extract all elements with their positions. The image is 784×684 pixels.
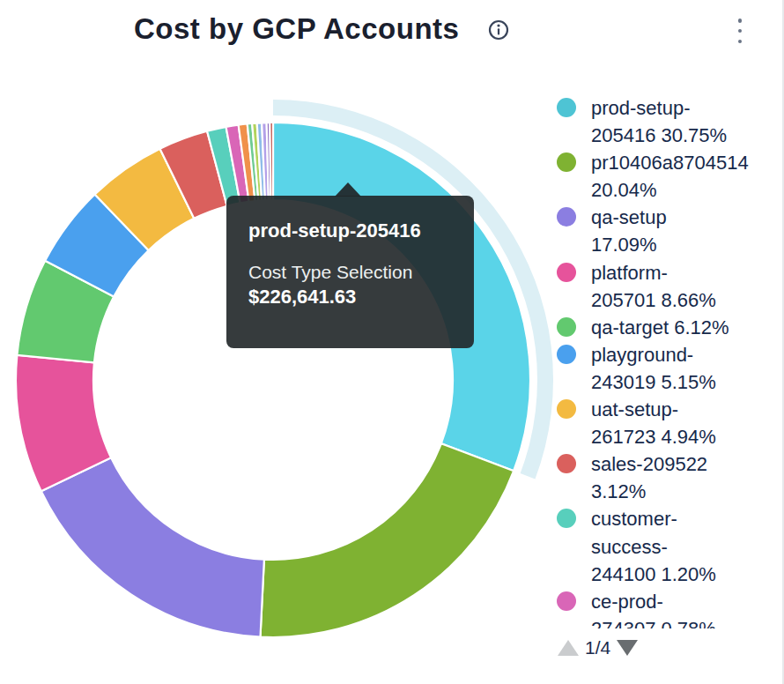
legend-list: prod-setup-205416 30.75% pr10406a8704514… <box>557 94 782 628</box>
legend-line: 20.04% <box>591 176 749 204</box>
legend-line: 205701 8.66% <box>591 286 716 314</box>
cost-by-gcp-accounts-card: Cost by GCP Accounts prod-setup-205416 C… <box>0 0 784 684</box>
donut-chart[interactable] <box>0 79 564 643</box>
kebab-dot <box>738 19 743 23</box>
kebab-dot <box>738 40 743 44</box>
legend-line: prod-setup- <box>591 94 727 122</box>
legend-item[interactable]: platform-205701 8.66% <box>557 259 782 314</box>
legend-line: uat-setup- <box>591 396 716 423</box>
legend-item[interactable]: playground-243019 5.15% <box>557 341 782 396</box>
legend-item[interactable]: uat-setup-261723 4.94% <box>557 396 782 450</box>
legend-dot <box>557 399 576 419</box>
legend-item[interactable]: ce-prod-274307 0.78% <box>557 588 782 628</box>
legend-dot <box>557 345 576 364</box>
legend-line: 17.09% <box>591 231 667 258</box>
legend-page-down-icon[interactable] <box>617 640 638 656</box>
donut-slice-pr10406a8704514[interactable] <box>261 443 514 637</box>
legend-pagination: 1/4 <box>558 637 638 658</box>
legend-dot <box>557 509 576 528</box>
info-icon[interactable] <box>488 19 509 41</box>
legend-line: playground- <box>591 341 716 368</box>
legend-line: 274307 0.78% <box>591 615 716 628</box>
legend-item[interactable]: sales-2095223.12% <box>557 450 782 505</box>
legend-dot <box>557 591 576 611</box>
tooltip-arrow <box>335 182 361 197</box>
tooltip-label: Cost Type Selection <box>248 262 452 283</box>
legend-line: success- <box>591 533 716 561</box>
legend-line: 243019 5.15% <box>591 368 716 396</box>
legend-page-label: 1/4 <box>585 637 610 658</box>
legend-line: customer- <box>591 505 716 532</box>
chart-tooltip: prod-setup-205416 Cost Type Selection $2… <box>226 196 474 348</box>
legend-item[interactable]: qa-target 6.12% <box>557 314 782 341</box>
legend-line: qa-setup <box>591 204 667 231</box>
legend-label: pr10406a870451420.04% <box>591 149 749 204</box>
legend-line: 3.12% <box>591 478 707 505</box>
legend-line: pr10406a8704514 <box>591 149 749 176</box>
legend-page-up-icon[interactable] <box>558 640 579 656</box>
legend-item[interactable]: customer-success-244100 1.20% <box>557 505 782 587</box>
info-icon-glyph <box>488 19 509 41</box>
donut-slice-qa-setup[interactable] <box>41 457 264 636</box>
legend-dot <box>557 98 576 117</box>
page-title: Cost by GCP Accounts <box>134 12 459 46</box>
legend-label: platform-205701 8.66% <box>591 259 716 314</box>
legend-dot <box>557 207 576 227</box>
legend-dot <box>557 317 576 337</box>
legend-dot <box>557 454 576 473</box>
legend-item[interactable]: prod-setup-205416 30.75% <box>557 94 782 149</box>
legend-label: ce-prod-274307 0.78% <box>591 588 716 628</box>
tooltip-value: $226,641.63 <box>248 286 452 309</box>
legend-dot <box>557 263 576 282</box>
legend-line: ce-prod- <box>591 588 716 615</box>
legend-label: customer-success-244100 1.20% <box>591 505 716 587</box>
donut-slice-unlabeled[interactable] <box>270 123 273 200</box>
legend-line: 244100 1.20% <box>591 561 716 588</box>
legend-label: qa-setup17.09% <box>591 204 667 258</box>
legend-line: 205416 30.75% <box>591 122 727 149</box>
legend-label: qa-target 6.12% <box>591 314 729 341</box>
kebab-dot <box>738 29 743 33</box>
tooltip-title: prod-setup-205416 <box>248 219 452 242</box>
legend-label: sales-2095223.12% <box>591 450 707 505</box>
legend-item[interactable]: pr10406a870451420.04% <box>557 149 782 204</box>
legend-label: prod-setup-205416 30.75% <box>591 94 727 149</box>
legend-label: uat-setup-261723 4.94% <box>591 396 716 450</box>
legend-line: platform- <box>591 259 716 286</box>
legend-line: sales-209522 <box>591 450 707 478</box>
legend-line: qa-target 6.12% <box>591 314 729 341</box>
legend-label: playground-243019 5.15% <box>591 341 716 396</box>
legend-line: 261723 4.94% <box>591 423 716 450</box>
legend-item[interactable]: qa-setup17.09% <box>557 204 782 258</box>
kebab-menu-icon[interactable] <box>734 18 746 44</box>
legend-dot <box>557 152 576 172</box>
